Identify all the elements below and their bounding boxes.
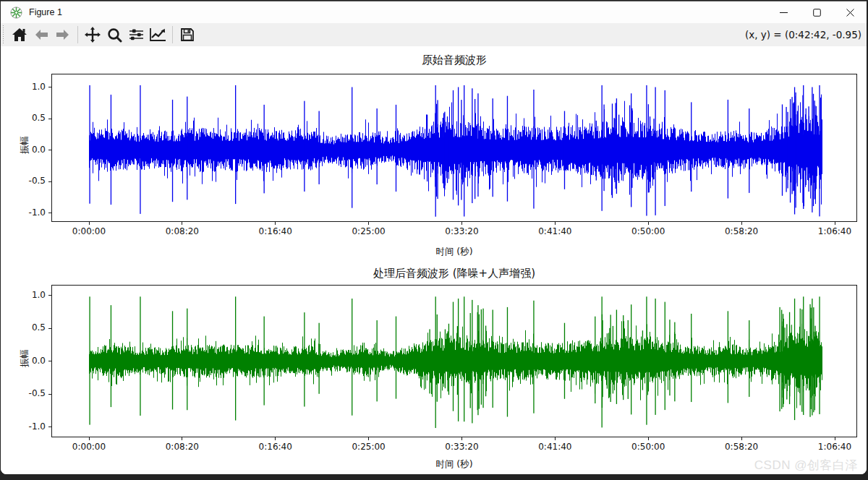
x-tick-mark <box>835 222 835 225</box>
csdn-watermark: CSDN @创客白泽 <box>754 457 858 473</box>
x-tick-label: 0:50:00 <box>625 226 671 236</box>
x-tick-label: 1:06:40 <box>812 226 858 236</box>
arrow-right-icon <box>56 29 70 40</box>
x-tick-label: 0:25:00 <box>346 226 392 236</box>
pan-button[interactable] <box>82 25 103 45</box>
toolbar-drag-handle[interactable] <box>2 25 4 44</box>
x-tick-mark <box>555 222 556 225</box>
subplot1-axes[interactable] <box>51 74 857 222</box>
x-tick-label: 0:33:20 <box>439 442 485 452</box>
matplotlib-app-icon <box>10 7 22 19</box>
x-tick-mark <box>89 222 90 225</box>
arrow-left-icon <box>34 29 48 40</box>
y-tick-label: -1.0 <box>21 421 46 432</box>
x-tick-label: 0:08:20 <box>159 226 205 236</box>
pan-arrows-icon <box>85 27 101 43</box>
x-tick-label: 0:16:40 <box>252 226 299 236</box>
configure-subplots-button[interactable] <box>125 25 147 45</box>
x-tick-label: 0:58:20 <box>718 226 765 236</box>
y-tick-label: -0.5 <box>21 388 46 398</box>
subplot1-xlabel: 时间 (秒) <box>51 246 857 258</box>
toolbar-separator <box>77 26 78 43</box>
x-tick-mark <box>741 437 742 440</box>
x-tick-mark <box>648 222 649 225</box>
floppy-disk-icon <box>180 27 195 42</box>
x-tick-label: 0:16:40 <box>252 442 299 452</box>
x-tick-mark <box>275 222 276 225</box>
x-tick-mark <box>368 222 369 225</box>
close-button[interactable] <box>833 1 867 23</box>
x-tick-label: 0:00:00 <box>66 226 112 236</box>
x-tick-mark <box>555 437 556 440</box>
y-tick-label: 1.0 <box>21 82 46 92</box>
sliders-icon <box>129 28 144 41</box>
processed-waveform-plot[interactable] <box>52 286 856 437</box>
maximize-icon <box>813 9 821 17</box>
subplot2-title: 处理后音频波形 (降噪+人声增强) <box>51 267 857 280</box>
title-bar[interactable]: Figure 1 <box>1 1 867 23</box>
x-tick-label: 0:58:20 <box>718 442 765 452</box>
x-tick-label: 0:41:40 <box>532 442 578 452</box>
back-button[interactable] <box>30 25 52 45</box>
x-tick-mark <box>89 437 90 440</box>
x-tick-mark <box>835 437 835 440</box>
y-tick-mark <box>48 427 51 427</box>
magnifier-icon <box>107 27 122 43</box>
y-tick-label: -1.0 <box>21 207 46 218</box>
y-tick-mark <box>48 181 51 182</box>
customize-axes-button[interactable] <box>147 25 169 45</box>
coordinate-readout: (x, y) = (0:42:42, -0.95) <box>745 23 861 46</box>
close-icon <box>846 9 854 17</box>
x-tick-label: 0:25:00 <box>346 442 392 452</box>
x-tick-mark <box>182 222 182 225</box>
x-tick-mark <box>275 437 276 440</box>
y-tick-mark <box>48 150 51 150</box>
x-tick-mark <box>368 437 369 440</box>
subplot1-title: 原始音频波形 <box>51 53 857 67</box>
matplotlib-toolbar: (x, y) = (0:42:42, -0.95) <box>1 23 867 46</box>
figure-canvas-area: 原始音频波形 振幅 时间 (秒) 处理后音频波形 (降噪+人声增强) 振幅 时间… <box>1 46 867 474</box>
x-tick-mark <box>461 437 462 440</box>
y-tick-label: 0.5 <box>21 113 46 123</box>
subplot2-xlabel: 时间 (秒) <box>51 458 857 471</box>
x-tick-label: 0:33:20 <box>439 226 485 236</box>
y-tick-label: 0.5 <box>21 322 46 333</box>
figure-window: Figure 1 <box>1 1 867 474</box>
y-tick-label: -0.5 <box>21 176 46 186</box>
y-tick-label: 0.0 <box>21 356 46 366</box>
home-button[interactable] <box>9 25 30 45</box>
subplot2-axes[interactable] <box>51 285 857 437</box>
minimize-icon <box>780 9 788 17</box>
y-tick-mark <box>48 394 51 395</box>
x-tick-mark <box>648 437 649 440</box>
x-tick-label: 0:08:20 <box>159 442 205 452</box>
forward-button[interactable] <box>52 25 74 45</box>
minimize-button[interactable] <box>767 1 800 23</box>
original-waveform-plot[interactable] <box>52 74 856 221</box>
maximize-button[interactable] <box>800 1 833 23</box>
y-tick-mark <box>48 328 51 329</box>
zoom-button[interactable] <box>103 25 125 45</box>
window-title: Figure 1 <box>29 7 62 17</box>
toolbar-separator <box>172 26 173 43</box>
y-tick-label: 1.0 <box>21 290 46 300</box>
y-tick-label: 0.0 <box>21 145 46 155</box>
x-tick-mark <box>741 222 742 225</box>
y-tick-mark <box>48 295 51 296</box>
y-tick-mark <box>48 213 51 213</box>
y-tick-mark <box>48 119 51 119</box>
x-tick-label: 0:41:40 <box>532 226 578 236</box>
y-tick-mark <box>48 361 51 361</box>
x-tick-mark <box>182 437 182 440</box>
x-tick-label: 0:50:00 <box>625 442 671 452</box>
line-chart-icon <box>149 27 166 42</box>
x-tick-label: 0:00:00 <box>66 442 112 452</box>
home-icon <box>12 27 27 42</box>
save-button[interactable] <box>176 25 198 45</box>
x-tick-label: 1:06:40 <box>812 442 858 452</box>
y-tick-mark <box>48 87 51 87</box>
x-tick-mark <box>461 222 462 225</box>
